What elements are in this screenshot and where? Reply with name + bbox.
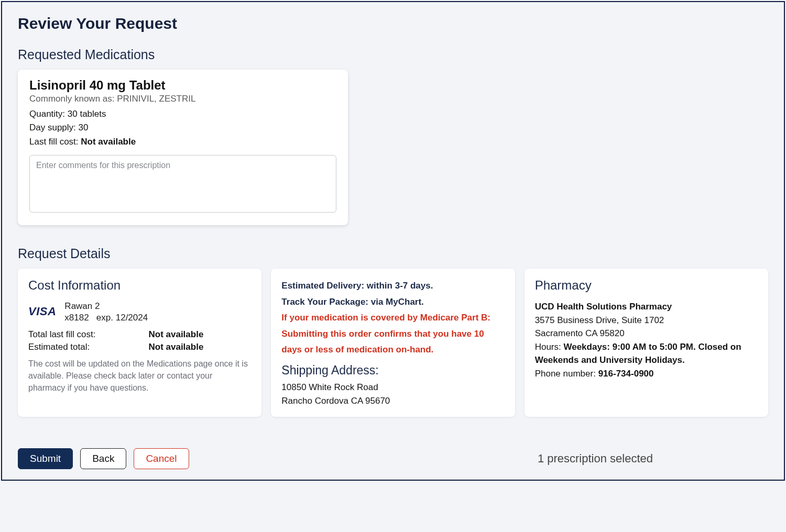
pharmacy-name: UCD Health Solutions Pharmacy [535, 300, 758, 314]
cost-information-card: Cost Information VISA Rawan 2 x8182 exp.… [18, 269, 261, 417]
medication-last-fill-cost: Last fill cost: Not available [29, 135, 336, 149]
pharmacy-address-line1: 3575 Business Drive, Suite 1702 [535, 314, 758, 327]
delivery-card: Estimated Delivery: within 3-7 days. Tra… [271, 269, 515, 417]
visa-logo-icon: VISA [28, 305, 56, 318]
estimated-delivery-value: within 3-7 days. [367, 281, 433, 291]
shipping-address-line1: 10850 White Rock Road [281, 381, 504, 394]
pharmacy-address-line2: Sacramento CA 95820 [535, 327, 758, 340]
medication-alias-value: PRINIVIL, ZESTRIL [117, 94, 195, 104]
cost-note: The cost will be updated on the Medicati… [28, 358, 251, 394]
medication-quantity: Quantity: 30 tablets [29, 107, 336, 121]
cancel-button[interactable]: Cancel [134, 448, 189, 469]
pharmacy-card: Pharmacy UCD Health Solutions Pharmacy 3… [525, 269, 768, 417]
medicare-warning: If your medication is covered by Medicar… [281, 310, 504, 358]
back-button[interactable]: Back [80, 448, 126, 469]
pharmacy-card-title: Pharmacy [535, 278, 758, 293]
prescription-comments-input[interactable] [29, 155, 336, 213]
track-package-value: via MyChart. [371, 297, 424, 307]
track-package-label: Track Your Package: [281, 297, 368, 307]
shipping-address-title: Shipping Address: [281, 363, 504, 378]
medication-card: Lisinopril 40 mg Tablet Commonly known a… [18, 70, 348, 225]
medication-alias-label: Commonly known as: [29, 94, 115, 104]
last-fill-value: Not available [81, 137, 136, 147]
page-title: Review Your Request [18, 15, 768, 32]
estimated-total-value: Not available [148, 342, 251, 352]
selection-status: 1 prescription selected [538, 452, 653, 465]
medication-name: Lisinopril 40 mg Tablet [29, 78, 336, 93]
last-fill-label: Last fill cost: [29, 137, 79, 147]
cost-card-title: Cost Information [28, 278, 251, 293]
medication-day-supply: Day supply: 30 [29, 121, 336, 135]
estimated-delivery-label: Estimated Delivery: [281, 281, 364, 291]
total-last-fill-value: Not available [148, 329, 251, 340]
pharmacy-phone-value: 916-734-0900 [598, 369, 654, 379]
request-details-title: Request Details [18, 246, 768, 261]
medication-alias: Commonly known as: PRINIVIL, ZESTRIL [29, 94, 336, 104]
quantity-label: Quantity: [29, 109, 65, 119]
day-supply-label: Day supply: [29, 123, 76, 132]
day-supply-value: 30 [79, 123, 89, 132]
pharmacy-hours-value: Weekdays: 9:00 AM to 5:00 PM. Closed on … [535, 342, 741, 365]
quantity-value: 30 tablets [68, 109, 106, 119]
submit-button[interactable]: Submit [18, 448, 73, 469]
pharmacy-hours-label: Hours: [535, 342, 561, 352]
pharmacy-phone-label: Phone number: [535, 369, 596, 379]
estimated-total-label: Estimated total: [28, 342, 143, 352]
payment-card-name: Rawan 2 [64, 300, 148, 313]
payment-card-exp: 12/2024 [116, 313, 148, 323]
payment-card-exp-label: exp. [96, 313, 113, 323]
total-last-fill-label: Total last fill cost: [28, 329, 143, 340]
shipping-address-line2: Rancho Cordova CA 95670 [281, 394, 504, 408]
medications-section-title: Requested Medications [18, 47, 768, 62]
payment-card-last4: x8182 [64, 313, 89, 323]
